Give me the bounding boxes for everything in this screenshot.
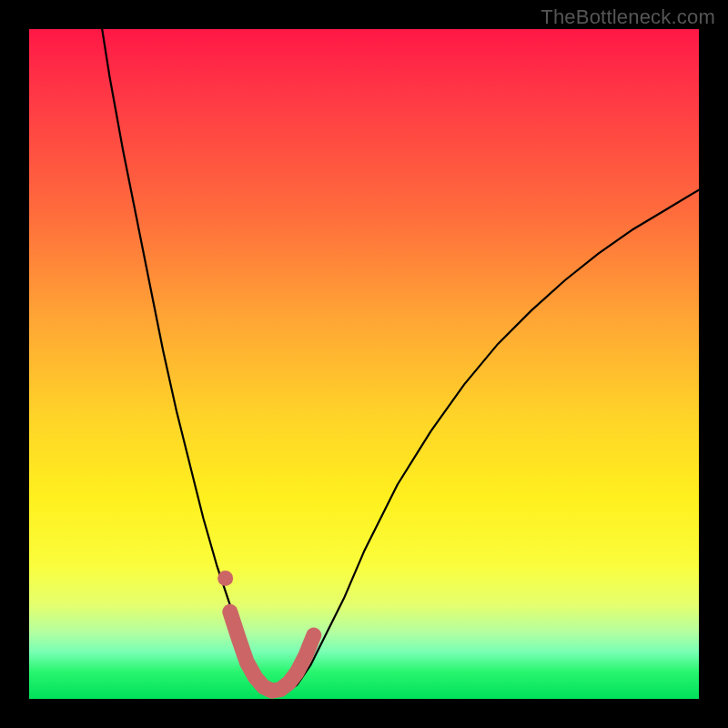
chart-svg: [29, 29, 699, 699]
marker-segment: [230, 612, 314, 691]
chart-frame: TheBottleneck.com: [0, 0, 728, 728]
bottleneck-curve: [102, 29, 699, 692]
plot-area: [29, 29, 699, 699]
marker-dot: [217, 571, 233, 586]
watermark-text: TheBottleneck.com: [541, 5, 715, 29]
